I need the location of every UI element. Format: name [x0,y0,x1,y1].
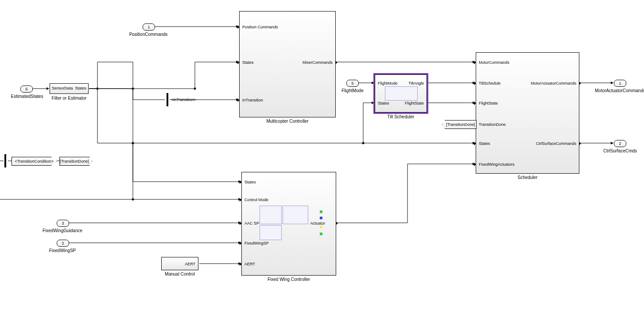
port-number: 5 [351,81,353,86]
port-label: Position Commands [242,25,278,29]
port-label: AERT [185,262,195,266]
port-label: FixedWingSP [244,241,269,245]
port-label: TransitionDone [479,122,506,127]
inport-label: FlightMode [333,88,372,93]
port-label: MixerCommands [303,60,333,65]
inport-label: EstimatedStates [3,94,51,99]
preview-thumbnail [385,86,418,101]
bus-selector-left[interactable] [4,154,6,167]
bus-selector-transition-condition[interactable]: <TransitionCondition> [12,157,57,166]
block-title: Multicopter Controller [239,119,336,124]
svg-point-3 [132,142,134,144]
port-number: 1 [147,25,150,29]
block-title: Fixed Wing Controller [241,277,336,282]
outport-label: MotorActuatorCommands [594,88,644,93]
port-label: States [75,86,86,90]
preview-thumbnail [260,225,282,240]
port-label: Control Mode [244,198,268,202]
port-label: MotorActuatorCommands [531,81,576,86]
port-label: States [479,141,490,146]
port-label: FixedWingActuators [479,162,515,167]
port-label: MotorCommands [479,60,509,65]
port-label: InTransition [242,98,263,102]
preview-thumbnail [260,206,282,224]
inport-position-commands[interactable]: 1 [143,23,155,31]
block-title: Manual Control [161,272,198,276]
status-dot-icon [320,226,322,228]
port-label: Actuator [310,221,325,226]
block-manual-control[interactable]: AERT [161,257,198,270]
port-label: States [242,60,254,65]
status-dot-icon [320,210,322,213]
bus-selector-in-transition[interactable] [167,93,168,106]
tag-label: [TransitionDone] [446,122,475,127]
block-scheduler[interactable]: MotorCommands TiltSchedule FlightState T… [476,52,579,174]
svg-point-1 [132,88,134,90]
svg-point-2 [194,88,196,90]
inport-estimated-states[interactable]: 6 [20,86,33,93]
port-label: CtrlSurfaceCommands [536,141,576,146]
goto-transition-done[interactable]: [TransitionDone] [59,157,92,166]
port-number: 2 [62,241,64,245]
port-number: 3 [62,221,64,226]
signal-label: <inTransition> [171,97,196,102]
selector-label: <TransitionCondition> [15,159,54,163]
block-tilt-scheduler[interactable]: FlightMode States TiltAngle FlightState [375,74,427,113]
port-label: States [244,180,256,184]
block-fixed-wing-controller[interactable]: States Control Mode AAC SP FixedWingSP A… [241,172,336,276]
inport-label: FixedWingGuidance [38,228,87,233]
port-label: FlightState [479,101,498,105]
outport-motor-actuator[interactable]: 1 [614,80,626,87]
port-label: AERT [244,262,255,266]
port-number: 2 [619,141,621,146]
inport-fixed-wing-sp[interactable]: 2 [57,240,69,247]
inport-label: FixedWingSP [43,248,82,253]
port-label: FlightState [405,101,424,105]
outport-ctrl-surface[interactable]: 2 [614,140,626,147]
port-number: 1 [619,81,621,86]
from-transition-done[interactable]: [TransitionDone] [442,120,477,129]
preview-thumbnail [283,206,308,224]
port-label: TiltAngle [408,81,424,86]
block-multicopter-controller[interactable]: Position Commands States InTransition Mi… [239,11,336,117]
block-title: Tilt Scheduler [375,114,427,119]
port-number: 6 [25,87,27,91]
svg-point-4 [362,142,365,144]
svg-point-5 [132,198,134,201]
port-label: States [378,101,389,105]
inport-label: PositionCommands [124,32,173,37]
port-label: TiltSchedule [479,81,500,86]
outport-label: CtrlSurfaceCmds [598,148,642,153]
inport-fixed-wing-guidance[interactable]: 3 [57,220,69,227]
tag-label: [TransitionDone] [60,159,89,163]
svg-point-0 [97,88,99,90]
inport-flight-mode[interactable]: 5 [346,80,359,87]
status-dot-icon [320,233,322,235]
block-title: Scheduler [476,175,579,180]
block-title: Filter or Estimator [50,96,89,101]
port-label: SensorData [52,86,73,90]
status-dot-icon [320,217,322,219]
port-label: FlightMode [378,81,398,86]
block-filter-or-estimator[interactable]: SensorData States [50,83,89,94]
port-label: AAC SP [244,221,259,226]
